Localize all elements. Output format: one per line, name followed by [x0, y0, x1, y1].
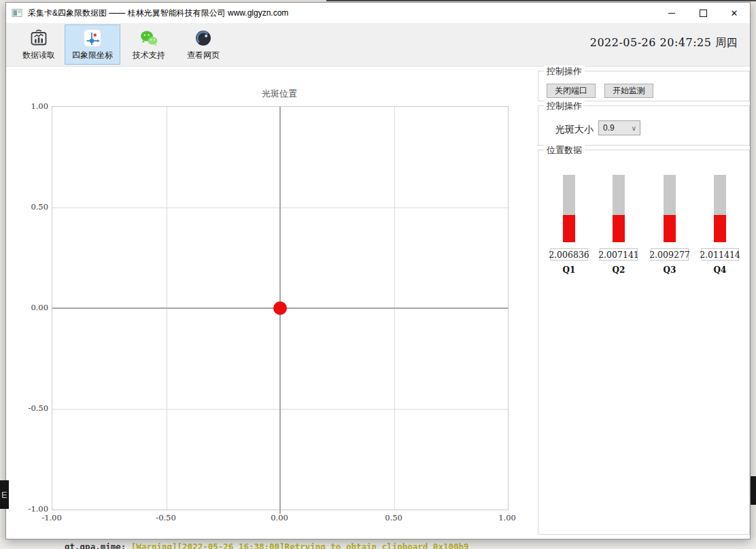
y-tick-label: -1.00 — [17, 504, 48, 514]
background-window-edge — [326, 0, 756, 1]
toolbar: 数据读取 四象限坐标 — [6, 23, 750, 67]
minimize-button[interactable] — [656, 3, 687, 23]
gauge-fill — [613, 215, 625, 242]
gauge-label: Q3 — [664, 265, 676, 275]
app-window: 采集卡&四象限数据图 —— 桂林光翼智能科技有限公司 www.glgyzn.co… — [5, 2, 751, 539]
app-icon — [12, 7, 22, 18]
log-category: qt.qpa.mime: — [65, 542, 126, 549]
minimize-icon — [668, 13, 675, 14]
quadrant-axes-icon — [83, 29, 102, 48]
toolbar-button-support[interactable]: 技术支持 — [123, 24, 175, 65]
gauge-bar — [563, 175, 575, 242]
y-tick-label: -0.50 — [17, 403, 48, 413]
gauge-value: 2.007141 — [600, 248, 638, 261]
y-tick-label: 1.00 — [17, 101, 48, 111]
toolbar-button-webpage[interactable]: 查看网页 — [177, 24, 229, 65]
gauge-value: 2.006836 — [550, 248, 588, 261]
spot-size-select[interactable]: 0.9 ∨ — [598, 120, 640, 135]
gauge-value: 2.011414 — [701, 248, 739, 261]
maximize-icon — [700, 10, 707, 17]
close-icon: ✕ — [731, 9, 738, 18]
wechat-icon — [139, 29, 158, 48]
group-spot-controls: 控制操作 光斑大小 0.9 ∨ — [538, 105, 750, 146]
spot-size-value: 0.9 — [603, 123, 615, 133]
gauge-q2: 2.007141 Q2 — [600, 175, 638, 275]
gauge-fill — [714, 215, 726, 242]
gauge-q3: 2.009277 Q3 — [651, 175, 689, 275]
gauge-bar — [714, 175, 726, 242]
gauge-label: Q1 — [563, 265, 576, 275]
gauge-label: Q4 — [714, 265, 727, 275]
gauge-q4: 2.011414 Q4 — [701, 175, 739, 275]
x-tick-label: -1.00 — [36, 513, 67, 522]
toolbar-button-label: 数据读取 — [22, 50, 55, 61]
gauge-q1: 2.006836 Q1 — [550, 175, 588, 275]
scatter-plot — [52, 106, 509, 510]
toolbar-button-label: 查看网页 — [187, 50, 220, 61]
gauge-bar — [613, 175, 625, 242]
chevron-down-icon: ∨ — [632, 124, 636, 132]
group-title: 控制操作 — [544, 100, 585, 112]
chart-title: 光斑位置 — [52, 88, 507, 100]
screen: qt.qpa.mime: [Warning][2022-05-26 16:38:… — [0, 0, 756, 549]
edge-dock-sliver[interactable] — [751, 476, 756, 505]
gauge-fill — [563, 215, 575, 242]
x-tick-label: 0.50 — [378, 513, 409, 522]
edge-dock-label: E — [1, 490, 7, 500]
x-tick-label: 0.00 — [264, 513, 295, 522]
start-monitor-button[interactable]: 开始监测 — [604, 84, 653, 98]
y-tick-label: 0.00 — [17, 303, 48, 312]
bar-chart-icon — [29, 29, 48, 48]
group-title: 位置数据 — [544, 144, 585, 156]
log-message: [Warning][2022-05-26 16:38:00]Retrying t… — [131, 542, 469, 549]
gauge-fill — [664, 215, 676, 242]
y-tick-label: 0.50 — [17, 202, 48, 212]
edge-dock-tab[interactable]: E — [0, 480, 9, 509]
gauge-label: Q2 — [613, 265, 625, 275]
group-title: 控制操作 — [544, 65, 585, 78]
datetime-display: 2022-05-26 20:47:25 周四 — [590, 36, 738, 50]
x-tick-label: -0.50 — [150, 513, 182, 522]
toolbar-button-quadrant[interactable]: 四象限坐标 — [65, 24, 120, 65]
spot-size-label: 光斑大小 — [555, 124, 594, 136]
close-port-button[interactable]: 关闭端口 — [547, 84, 596, 98]
gauge-value: 2.009277 — [651, 248, 689, 261]
toolbar-button-data-read[interactable]: 数据读取 — [13, 24, 65, 65]
toolbar-button-label: 技术支持 — [133, 50, 165, 61]
log-line: qt.qpa.mime: [Warning][2022-05-26 16:38:… — [65, 542, 469, 549]
spot-point — [273, 301, 287, 315]
group-port-controls: 控制操作 关闭端口 开始监测 — [538, 71, 750, 101]
maximize-button[interactable] — [687, 3, 719, 23]
gauge-bar — [664, 175, 676, 242]
close-button[interactable]: ✕ — [719, 3, 750, 23]
titlebar: 采集卡&四象限数据图 —— 桂林光翼智能科技有限公司 www.glgyzn.co… — [6, 3, 750, 23]
toolbar-button-label: 四象限坐标 — [72, 50, 113, 61]
group-position-data: 位置数据 2.006836 Q1 2.007141 Q2 2.009277 Q3… — [538, 150, 750, 535]
window-title: 采集卡&四象限数据图 —— 桂林光翼智能科技有限公司 www.glgyzn.co… — [28, 7, 288, 19]
globe-icon — [194, 29, 213, 48]
window-controls: ✕ — [656, 3, 750, 23]
x-tick-label: 1.00 — [492, 513, 523, 522]
